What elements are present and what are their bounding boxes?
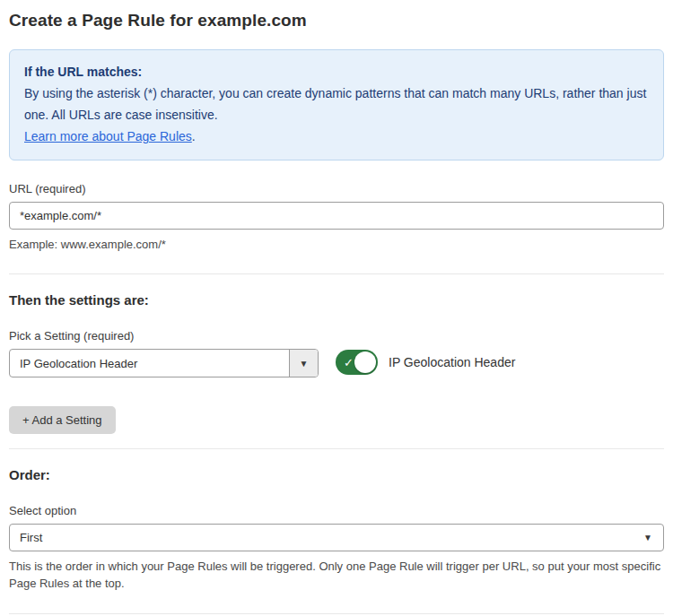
order-select[interactable]: First ▼ [9,524,664,551]
setting-select[interactable]: IP Geolocation Header ▼ [9,349,319,377]
geolocation-toggle-block: ✓ IP Geolocation Header [336,350,515,375]
add-setting-button[interactable]: + Add a Setting [9,406,116,434]
chevron-down-icon: ▼ [300,359,309,369]
divider [9,613,664,614]
order-select-label: Select option [9,504,664,517]
toggle-label: IP Geolocation Header [389,355,515,369]
order-section-heading: Order: [9,467,664,482]
settings-section-heading: Then the settings are: [9,292,664,308]
setting-select-value: IP Geolocation Header [10,357,289,370]
url-field-label: URL (required) [9,182,664,195]
page-title: Create a Page Rule for example.com [9,11,664,30]
page-rules-learn-more-link[interactable]: Learn more about Page Rules [24,129,192,143]
divider [9,448,664,449]
create-page-rule-form: Create a Page Rule for example.com If th… [0,0,673,616]
url-match-info-box: If the URL matches: By using the asteris… [9,49,664,161]
link-suffix: . [192,129,196,143]
check-icon: ✓ [344,357,354,369]
setting-picker-block: Pick a Setting (required) IP Geolocation… [9,329,319,377]
url-example-text: Example: www.example.com/* [9,236,664,253]
setting-select-arrow-button[interactable]: ▼ [289,350,318,377]
order-help-text: This is the order in which your Page Rul… [9,558,664,592]
setting-row: Pick a Setting (required) IP Geolocation… [9,329,664,377]
ip-geolocation-toggle[interactable]: ✓ [336,350,378,375]
order-select-value: First [10,531,643,544]
info-box-heading: If the URL matches: [24,61,649,82]
toggle-knob [354,351,376,373]
chevron-down-icon: ▼ [643,533,663,542]
setting-picker-label: Pick a Setting (required) [9,329,319,343]
divider [9,273,664,274]
info-box-body: By using the asterisk (*) character, you… [24,82,649,126]
info-box-link-line: Learn more about Page Rules. [24,126,649,147]
url-input[interactable] [9,202,664,230]
